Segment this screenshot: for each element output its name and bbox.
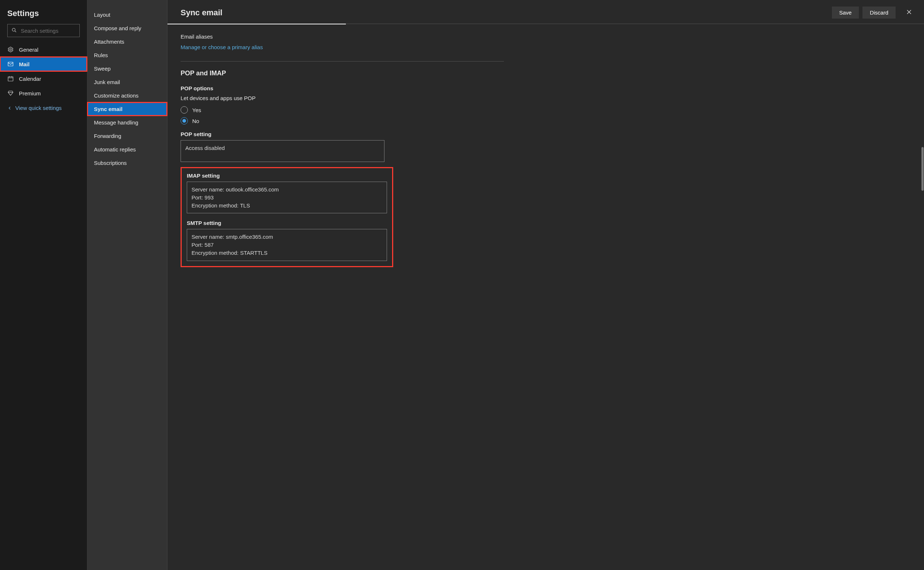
pop-radio-yes[interactable]: Yes bbox=[181, 106, 504, 113]
sidebar-item-general[interactable]: General bbox=[0, 42, 87, 57]
gear-icon bbox=[7, 46, 14, 53]
pop-options-label: POP options bbox=[181, 85, 504, 91]
main-panel: Sync email Save Discard Email aliases Ma… bbox=[167, 0, 924, 570]
subnav-layout[interactable]: Layout bbox=[87, 8, 167, 21]
search-settings-box[interactable] bbox=[7, 24, 80, 37]
save-button[interactable]: Save bbox=[832, 6, 859, 18]
pop-setting-label: POP setting bbox=[181, 131, 504, 137]
radio-label: No bbox=[192, 118, 199, 124]
imap-port: Port: 993 bbox=[192, 194, 382, 202]
highlighted-server-settings: IMAP setting Server name: outlook.office… bbox=[181, 167, 393, 267]
pop-setting-box: Access disabled bbox=[181, 140, 385, 162]
email-aliases-label: Email aliases bbox=[181, 34, 504, 40]
svg-point-2 bbox=[10, 49, 12, 51]
mail-subnav: Layout Compose and reply Attachments Rul… bbox=[87, 0, 167, 570]
subnav-message-handling[interactable]: Message handling bbox=[87, 116, 167, 129]
sidebar-item-label: Premium bbox=[19, 90, 41, 97]
sidebar-item-label: General bbox=[19, 47, 38, 53]
discard-button[interactable]: Discard bbox=[863, 6, 896, 18]
subnav-forwarding[interactable]: Forwarding bbox=[87, 129, 167, 142]
radio-icon-selected bbox=[181, 117, 188, 124]
subnav-junk-email[interactable]: Junk email bbox=[87, 75, 167, 89]
subnav-sync-email[interactable]: Sync email bbox=[87, 102, 167, 116]
section-divider bbox=[181, 61, 504, 61]
header-actions: Save Discard bbox=[832, 6, 915, 19]
svg-rect-4 bbox=[8, 77, 13, 81]
sidebar-item-mail[interactable]: Mail bbox=[0, 57, 87, 71]
subnav-attachments[interactable]: Attachments bbox=[87, 35, 167, 48]
imap-setting-label: IMAP setting bbox=[187, 173, 387, 179]
svg-line-1 bbox=[15, 31, 16, 32]
smtp-setting-label: SMTP setting bbox=[187, 220, 387, 226]
svg-point-0 bbox=[12, 28, 15, 31]
radio-label: Yes bbox=[192, 107, 201, 113]
close-icon bbox=[906, 9, 912, 16]
pop-imap-heading: POP and IMAP bbox=[181, 69, 504, 77]
search-icon bbox=[11, 27, 21, 34]
smtp-server: Server name: smtp.office365.com bbox=[192, 233, 382, 241]
subnav-automatic-replies[interactable]: Automatic replies bbox=[87, 142, 167, 156]
smtp-encryption: Encryption method: STARTTLS bbox=[192, 249, 382, 257]
sidebar-item-label: Calendar bbox=[19, 76, 41, 82]
settings-title: Settings bbox=[0, 6, 87, 24]
subnav-compose-reply[interactable]: Compose and reply bbox=[87, 21, 167, 35]
subnav-sweep[interactable]: Sweep bbox=[87, 62, 167, 75]
quick-link-label: View quick settings bbox=[15, 105, 61, 111]
close-button[interactable] bbox=[903, 6, 915, 19]
svg-rect-3 bbox=[8, 62, 13, 66]
main-header: Sync email Save Discard bbox=[167, 0, 924, 24]
subnav-customize-actions[interactable]: Customize actions bbox=[87, 89, 167, 102]
settings-sidebar: Settings General Mail Calendar Premium V… bbox=[0, 0, 87, 570]
pop-allow-label: Let devices and apps use POP bbox=[181, 95, 504, 101]
pop-setting-value: Access disabled bbox=[185, 144, 380, 152]
sidebar-item-label: Mail bbox=[19, 61, 29, 67]
calendar-icon bbox=[7, 75, 14, 82]
page-title: Sync email bbox=[181, 8, 222, 17]
imap-encryption: Encryption method: TLS bbox=[192, 202, 382, 210]
pop-radio-no[interactable]: No bbox=[181, 117, 504, 124]
sidebar-item-calendar[interactable]: Calendar bbox=[0, 71, 87, 86]
radio-icon bbox=[181, 106, 188, 113]
subnav-subscriptions[interactable]: Subscriptions bbox=[87, 156, 167, 170]
smtp-port: Port: 587 bbox=[192, 241, 382, 249]
mail-icon bbox=[7, 61, 14, 67]
manage-alias-link[interactable]: Manage or choose a primary alias bbox=[181, 44, 263, 50]
smtp-setting-box: Server name: smtp.office365.com Port: 58… bbox=[187, 229, 387, 260]
active-tab-underline bbox=[167, 24, 346, 25]
scrollbar-track[interactable] bbox=[921, 23, 924, 570]
imap-setting-box: Server name: outlook.office365.com Port:… bbox=[187, 182, 387, 213]
view-quick-settings-link[interactable]: View quick settings bbox=[0, 100, 87, 115]
scrollbar-thumb[interactable] bbox=[921, 147, 924, 191]
subnav-rules[interactable]: Rules bbox=[87, 48, 167, 62]
diamond-icon bbox=[7, 90, 14, 97]
imap-server: Server name: outlook.office365.com bbox=[192, 185, 382, 194]
search-input[interactable] bbox=[21, 28, 76, 34]
sidebar-item-premium[interactable]: Premium bbox=[0, 86, 87, 100]
content-area: Email aliases Manage or choose a primary… bbox=[167, 25, 517, 282]
